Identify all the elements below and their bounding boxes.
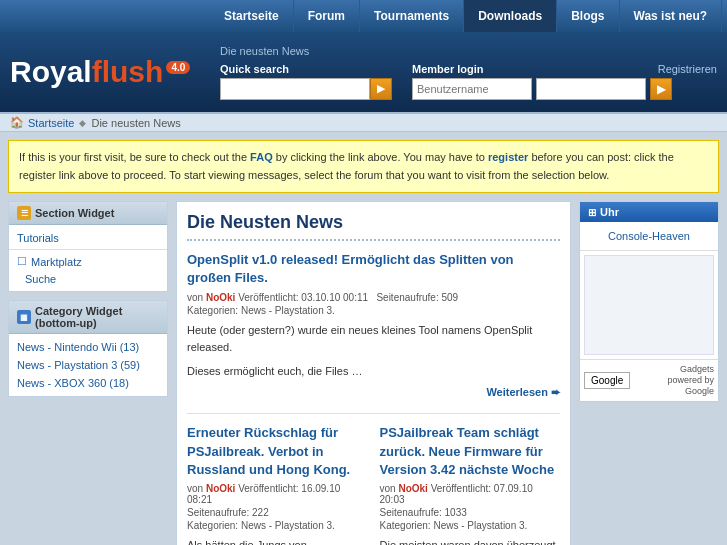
info-box: If this is your first visit, be sure to … xyxy=(8,140,719,193)
category-widget-icon: ▦ xyxy=(17,310,31,324)
main-article-date: Veröffentlicht: 03.10.10 00:11 xyxy=(238,292,368,303)
breadcrumb-sep: ◆ xyxy=(79,118,86,128)
weiterlesen-link[interactable]: Weiterlesen ➨ xyxy=(486,386,560,398)
login-button[interactable]: ▶ xyxy=(650,78,672,100)
nav-item-downloads[interactable]: Downloads xyxy=(464,0,557,32)
category-ps3[interactable]: News - Playstation 3 (59) xyxy=(9,356,167,374)
marktplatz-item[interactable]: ☐ Marktplatz xyxy=(9,252,167,271)
section-widget-title: Section Widget xyxy=(35,207,114,219)
nav-item-tournaments[interactable]: Tournaments xyxy=(360,0,464,32)
article-2-views: Seitenaufrufe: 222 xyxy=(187,507,368,518)
google-bar: Google Gadgets powered by Google xyxy=(580,359,718,400)
search-button[interactable]: ▶ xyxy=(370,78,392,100)
left-sidebar: ☰ Section Widget Tutorials ☐ Marktplatz … xyxy=(8,201,168,545)
register-link[interactable]: Registrieren xyxy=(658,63,717,75)
nav-items: Startseite Forum Tournaments Downloads B… xyxy=(210,0,722,32)
category-wii-link[interactable]: News - Nintendo Wii (13) xyxy=(17,341,139,353)
google-button[interactable]: Google xyxy=(584,372,630,389)
article-2-categories: Kategorien: News - Playstation 3. xyxy=(187,520,368,531)
nav-bar: Startseite Forum Tournaments Downloads B… xyxy=(0,0,727,32)
search-input[interactable] xyxy=(220,78,370,100)
article-2-author: NoOki xyxy=(206,483,235,494)
breadcrumb-current: Die neusten News xyxy=(91,117,180,129)
two-col-articles: Erneuter Rückschlag für PSJailbreak. Ver… xyxy=(187,424,560,545)
marktplatz-icon: ☐ xyxy=(17,255,27,268)
main-article-title: OpenSplit v1.0 released! Ermöglicht das … xyxy=(187,251,560,287)
article-3-title: PSJailbreak Team schlägt zurück. Neue Fi… xyxy=(380,424,561,479)
uhr-header: ⊞ Uhr xyxy=(580,202,718,222)
login-label: Member login xyxy=(412,63,484,75)
article-3-link[interactable]: PSJailbreak Team schlägt zurück. Neue Fi… xyxy=(380,425,555,476)
breadcrumb-bar: 🏠 Startseite ◆ Die neusten News xyxy=(0,112,727,132)
marktplatz-link[interactable]: Marktplatz xyxy=(31,256,82,268)
main-article: OpenSplit v1.0 released! Ermöglicht das … xyxy=(187,251,560,399)
suche-item[interactable]: Suche xyxy=(9,271,167,287)
suche-link[interactable]: Suche xyxy=(25,273,56,285)
username-input[interactable] xyxy=(412,78,532,100)
main-article-body2: Dieses ermöglicht euch, die Files … xyxy=(187,363,560,381)
info-text-2: by clicking the link above. You may have… xyxy=(273,151,488,163)
breadcrumb-home[interactable]: Startseite xyxy=(28,117,74,129)
search-area: Quick search ▶ xyxy=(220,63,392,100)
nav-item-blogs[interactable]: Blogs xyxy=(557,0,619,32)
uhr-widget: ⊞ Uhr Console-Heaven Google Gadgets powe… xyxy=(579,201,719,401)
section-widget-icon: ☰ xyxy=(17,206,31,220)
article-3-categories: Kategorien: News - Playstation 3. xyxy=(380,520,561,531)
article-3-views: Seitenaufrufe: 1033 xyxy=(380,507,561,518)
section-widget-header: ☰ Section Widget xyxy=(9,202,167,225)
main-article-meta: von NoOki Veröffentlicht: 03.10.10 00:11… xyxy=(187,292,560,303)
register-link-info[interactable]: register xyxy=(488,151,528,163)
category-widget-title: Category Widget (bottom-up) xyxy=(35,305,159,329)
main-article-categories: Kategorien: News - Playstation 3. xyxy=(187,305,560,316)
logo-royal: Royal xyxy=(10,55,92,88)
category-xbox-link[interactable]: News - XBOX 360 (18) xyxy=(17,377,129,389)
main-article-link[interactable]: OpenSplit v1.0 released! Ermöglicht das … xyxy=(187,252,514,285)
categories-label: Kategorien: News - Playstation 3. xyxy=(187,305,335,316)
password-input[interactable] xyxy=(536,78,646,100)
main-article-views: Seitenaufrufe: 509 xyxy=(376,292,458,303)
login-area: Member login Registrieren ▶ xyxy=(412,63,717,100)
article-2-body: Als hätten die Jungs von PSJailbreak nic… xyxy=(187,537,368,545)
nav-item-forum[interactable]: Forum xyxy=(294,0,360,32)
category-widget: ▦ Category Widget (bottom-up) News - Nin… xyxy=(8,300,168,397)
weiterlesen: Weiterlesen ➨ xyxy=(187,386,560,399)
logo: Royalflush4.0 xyxy=(10,55,190,89)
main-layout: ☰ Section Widget Tutorials ☐ Marktplatz … xyxy=(0,201,727,545)
article-3-meta: von NoOki Veröffentlicht: 07.09.10 20:03 xyxy=(380,483,561,505)
ad-area xyxy=(584,255,714,355)
tutorials-item[interactable]: Tutorials xyxy=(9,229,167,247)
main-article-author: NoOki xyxy=(206,292,235,303)
home-icon: 🏠 xyxy=(10,116,24,129)
nav-item-startseite[interactable]: Startseite xyxy=(210,0,294,32)
gadgets-text: Gadgets powered by Google xyxy=(644,364,714,396)
content-title: Die Neusten News xyxy=(187,212,560,241)
logo-flush: flush xyxy=(92,55,164,88)
uhr-title: Uhr xyxy=(600,206,619,218)
article-2-title: Erneuter Rückschlag für PSJailbreak. Ver… xyxy=(187,424,368,479)
logo-version-badge: 4.0 xyxy=(166,61,190,74)
category-wii[interactable]: News - Nintendo Wii (13) xyxy=(9,338,167,356)
category-widget-content: News - Nintendo Wii (13) News - Playstat… xyxy=(9,334,167,396)
category-ps3-link[interactable]: News - Playstation 3 (59) xyxy=(17,359,140,371)
article-2: Erneuter Rückschlag für PSJailbreak. Ver… xyxy=(187,424,368,545)
category-widget-header: ▦ Category Widget (bottom-up) xyxy=(9,301,167,334)
article-2-link[interactable]: Erneuter Rückschlag für PSJailbreak. Ver… xyxy=(187,425,350,476)
tutorials-link[interactable]: Tutorials xyxy=(17,232,59,244)
info-text-1: If this is your first visit, be sure to … xyxy=(19,151,250,163)
article-3-author: NoOki xyxy=(398,483,427,494)
category-xbox[interactable]: News - XBOX 360 (18) xyxy=(9,374,167,392)
search-label: Quick search xyxy=(220,63,392,75)
article-separator xyxy=(187,413,560,414)
uhr-icon: ⊞ xyxy=(588,207,596,218)
console-heaven-link[interactable]: Console-Heaven xyxy=(580,222,718,251)
section-widget: ☰ Section Widget Tutorials ☐ Marktplatz … xyxy=(8,201,168,292)
section-widget-content: Tutorials ☐ Marktplatz Suche xyxy=(9,225,167,291)
article-2-meta: von NoOki Veröffentlicht: 16.09.10 08:21 xyxy=(187,483,368,505)
faq-link[interactable]: FAQ xyxy=(250,151,273,163)
nav-item-wasneu[interactable]: Was ist neu? xyxy=(620,0,723,32)
main-article-body1: Heute (oder gestern?) wurde ein neues kl… xyxy=(187,322,560,357)
content-area: Die Neusten News OpenSplit v1.0 released… xyxy=(176,201,571,545)
right-sidebar: ⊞ Uhr Console-Heaven Google Gadgets powe… xyxy=(579,201,719,545)
article-3: PSJailbreak Team schlägt zurück. Neue Fi… xyxy=(380,424,561,545)
page-subtitle: Die neusten News xyxy=(210,45,727,57)
